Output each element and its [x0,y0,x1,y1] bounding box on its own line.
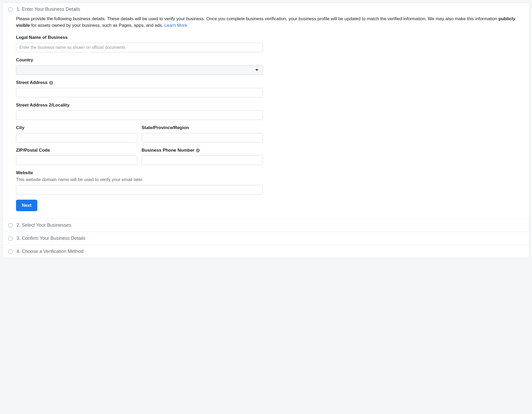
legal-name-field: Legal Name of Business [16,35,263,52]
street-address-2-field: Street Address 2/Locality [16,103,263,120]
radio-icon [8,236,13,241]
country-select[interactable] [16,65,263,75]
website-field: Website This website domain name will be… [16,170,263,194]
country-label: Country [16,57,263,63]
street-address-2-input[interactable] [16,110,263,120]
step-1-title: 1. Enter Your Business Details [17,7,80,12]
street-address-label: Street Address i [16,80,263,85]
chevron-down-icon [255,69,258,71]
zip-input[interactable] [16,156,137,165]
business-form: Legal Name of Business Country Street Ad… [16,35,263,211]
step-3-header[interactable]: 3. Confirm Your Business Details [3,232,529,245]
street-address-input[interactable] [16,88,263,97]
verification-card: 1. Enter Your Business Details Please pr… [3,3,529,258]
radio-icon [8,249,13,254]
state-label: State/Province/Region [142,125,263,130]
state-input[interactable] [142,133,263,142]
description-text-2: for assets owned by your business, such … [30,23,164,28]
state-field: State/Province/Region [142,125,263,142]
step-3-title: 3. Confirm Your Business Details [17,236,85,241]
phone-field: Business Phone Number i [142,148,263,165]
learn-more-link[interactable]: Learn More [164,23,187,28]
city-input[interactable] [16,133,137,142]
step-2-title: 2. Select Your Businesses [17,222,71,228]
street-address-field: Street Address i [16,80,263,97]
info-icon[interactable]: i [49,81,53,85]
website-input[interactable] [16,185,263,194]
zip-label: ZIP/Postal Code [16,148,137,153]
step-4-title: 4. Choose a Verification Method [17,249,84,254]
city-label: City [16,125,137,130]
step-1-content: Please provide the following business de… [3,16,529,219]
legal-name-label: Legal Name of Business [16,35,263,40]
radio-icon [8,223,13,228]
radio-icon [8,7,13,12]
phone-label-text: Business Phone Number [142,148,194,153]
phone-label: Business Phone Number i [142,148,263,153]
step-1-header[interactable]: 1. Enter Your Business Details [3,3,529,16]
step-4-header[interactable]: 4. Choose a Verification Method [3,245,529,258]
step-description: Please provide the following business de… [16,16,516,29]
street-address-label-text: Street Address [16,80,48,85]
zip-field: ZIP/Postal Code [16,148,137,165]
next-button[interactable]: Next [16,200,37,211]
street-address-2-label: Street Address 2/Locality [16,103,263,108]
country-field: Country [16,57,263,75]
step-2-header[interactable]: 2. Select Your Businesses [3,219,529,232]
description-text-1: Please provide the following business de… [16,16,498,21]
website-help-text: This website domain name will be used to… [16,177,263,182]
website-label: Website [16,170,263,176]
legal-name-input[interactable] [16,43,263,52]
phone-input[interactable] [142,156,263,165]
info-icon[interactable]: i [196,148,200,152]
city-field: City [16,125,137,142]
